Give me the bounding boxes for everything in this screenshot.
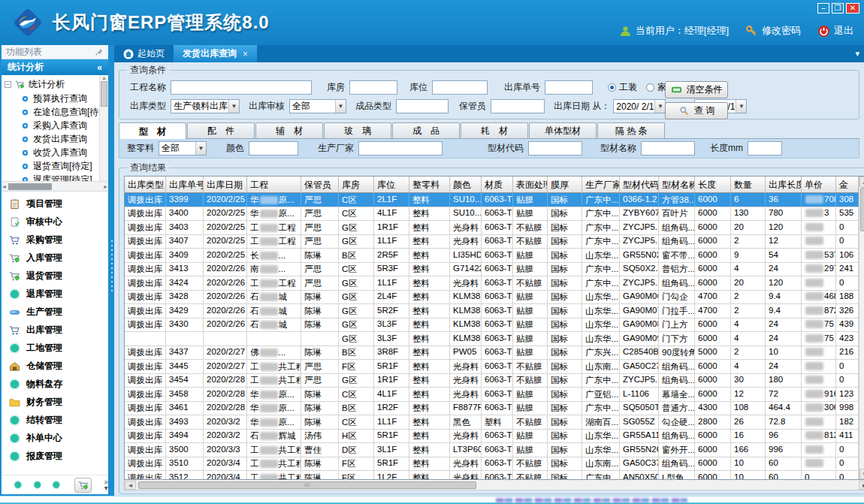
column-header[interactable]: 数量: [731, 177, 766, 192]
column-header[interactable]: 材质: [482, 177, 513, 192]
date-from-picker[interactable]: 2020/ 2/16▼: [613, 99, 666, 113]
material-tab-6[interactable]: 耗 材: [461, 122, 528, 138]
whole-part-select[interactable]: 全部▼: [159, 141, 207, 155]
scroll-down-icon[interactable]: ▼: [859, 469, 864, 479]
project-name-input[interactable]: [171, 80, 312, 95]
change-password-button[interactable]: 修改密码: [745, 24, 801, 38]
column-header[interactable]: 出库日期: [204, 177, 247, 192]
sidebar-item-出库管理[interactable]: 出库管理: [2, 321, 108, 339]
scroll-left-icon[interactable]: ◄: [125, 481, 136, 490]
column-header[interactable]: 表面处理: [513, 177, 548, 192]
grid-horizontal-scrollbar[interactable]: ◄ lll ►: [124, 480, 864, 490]
sidebar-item-工地管理[interactable]: 工地管理: [2, 339, 108, 357]
profile-name-input[interactable]: [641, 141, 695, 155]
bin-input[interactable]: [432, 80, 488, 95]
column-header[interactable]: 型材代码: [620, 177, 659, 192]
column-header[interactable]: 保管员: [301, 177, 339, 192]
column-header[interactable]: 长度: [695, 177, 731, 192]
column-header[interactable]: 工程: [247, 177, 301, 192]
sidebar-item-生产管理[interactable]: 生产管理: [2, 303, 108, 321]
menu-overflow-button[interactable]: »▾: [104, 479, 108, 491]
table-row[interactable]: 调拨出库34302020/2/26石城陈琳G区3L3F整料KLM38176063…: [125, 318, 859, 333]
search-button[interactable]: 查 询: [665, 102, 728, 119]
pin-icon[interactable]: [95, 47, 104, 56]
table-row[interactable]: 调拨出库34942020/3/2石辉城汤伟H区5R1F整料光身料6063-T5贴…: [125, 430, 859, 444]
column-header[interactable]: 出库长度: [766, 177, 802, 192]
sidebar-item-补单中心[interactable]: 补单中心: [2, 429, 108, 447]
circle-icon[interactable]: [33, 480, 42, 490]
tree-horizontal-scrollbar[interactable]: ◄►: [2, 181, 108, 191]
sidebar-item-采购管理[interactable]: 采购管理: [2, 231, 108, 249]
column-header[interactable]: 颜色: [450, 177, 482, 192]
grid-vertical-scrollbar[interactable]: ▲ ▼: [859, 177, 864, 479]
column-header[interactable]: 生产厂家: [582, 177, 620, 192]
tree-item[interactable]: 收货入库查询: [5, 146, 108, 159]
table-row[interactable]: 调拨出库35102020/3/4工共工程陈琳F区5R1F整料光身料6063-T5…: [125, 457, 859, 472]
column-header[interactable]: 膜厚: [548, 177, 582, 192]
maximize-button[interactable]: ❐: [832, 3, 844, 14]
audit-select[interactable]: 全部▼: [289, 99, 346, 113]
scroll-up-icon[interactable]: ▲: [859, 177, 864, 187]
tree-item[interactable]: 采购入库查询: [5, 119, 108, 132]
table-row[interactable]: 调拨出库34542020/2/28工共工程严思G区1R1F整料光身料6063-T…: [125, 374, 859, 388]
material-tab-2[interactable]: 配 件: [187, 122, 255, 138]
circle-icon[interactable]: [14, 480, 23, 490]
logout-button[interactable]: 退出: [817, 24, 853, 38]
table-row[interactable]: 调拨出库34282020/2/26石城陈琳G区2L4F整料KLM38176063…: [125, 291, 859, 305]
table-row[interactable]: 调拨出库35122020/3/4工共工程陈琳F区1L2F整料光身料6063-T5…: [125, 471, 859, 479]
color-input[interactable]: [249, 141, 298, 155]
material-tab-7[interactable]: 单体型材: [529, 122, 597, 138]
product-type-input[interactable]: [396, 99, 449, 113]
sidebar-item-物料盘存[interactable]: 物料盘存: [2, 375, 108, 393]
column-header[interactable]: 型材名称: [659, 177, 695, 192]
table-row[interactable]: 调拨出库34452020/2/27工共工程严思F区5R1F整料光身料6063-T…: [125, 360, 859, 374]
scroll-right-icon[interactable]: ►: [859, 481, 864, 490]
sidebar-section-header[interactable]: 统计分析 «: [2, 59, 108, 75]
keeper-input[interactable]: [491, 99, 545, 113]
tab-home[interactable]: 起始页: [114, 45, 174, 62]
sidebar-item-财务管理[interactable]: 财务管理: [2, 393, 108, 411]
table-row[interactable]: 调拨出库34032020/2/25工工程严思G区1R1F整料光身料6063-T5…: [125, 221, 859, 235]
tab-close-icon[interactable]: ×: [243, 49, 248, 59]
table-row[interactable]: 调拨出库34582020/2/28华原...陈琳C区4L1F整料光身料6063-…: [125, 388, 859, 402]
tree-item[interactable]: 退货查询[待定]: [5, 159, 108, 173]
material-tab-5[interactable]: 成 品: [392, 122, 460, 138]
close-button[interactable]: ✕: [846, 3, 859, 14]
tree-root[interactable]: − 统计分析: [5, 77, 108, 92]
scroll-thumb[interactable]: [860, 188, 864, 231]
cart-shortcut-button[interactable]: [74, 478, 92, 493]
tree-item[interactable]: 预算执行查询: [5, 92, 108, 105]
profile-code-input[interactable]: [528, 141, 582, 155]
outbound-type-select[interactable]: 生产领料出库▼: [171, 99, 240, 113]
tree-vertical-scrollbar[interactable]: ▲: [99, 75, 108, 182]
column-header[interactable]: 出库单号: [166, 177, 204, 192]
sidebar-item-报废管理[interactable]: 报废管理: [2, 447, 108, 465]
clear-conditions-button[interactable]: 清空条件: [665, 81, 728, 98]
radio-gongzhuang[interactable]: 工装: [608, 81, 637, 94]
column-header[interactable]: 整零料: [409, 177, 450, 192]
tab-overflow-icon[interactable]: ▾: [855, 49, 859, 59]
sidebar-item-审核中心[interactable]: 审核中心: [2, 213, 108, 231]
sidebar-item-入库管理[interactable]: 入库管理: [2, 249, 108, 267]
table-row[interactable]: 调拨出库34092020/2/25长...陈琳B区2R5F整料LI35HD606…: [125, 249, 859, 263]
table-row[interactable]: G区3L3F整料KLM38176063-T5贴膜国标山东华...GA90M09.…: [125, 332, 859, 346]
table-row[interactable]: 调拨出库34242020/2/26工工程严思G区1L1F整料光身料6063-T5…: [125, 276, 859, 291]
table-row[interactable]: 调拨出库33992020/2/25华原...严思C区2L1F整料SU10...6…: [125, 193, 859, 207]
table-row[interactable]: 调拨出库34612020/2/28华原...陈琳B区1R2F整料F8877FT6…: [125, 402, 859, 416]
table-row[interactable]: 调拨出库34932020/3/2华原...陈琳C区1L1F整料黑色塑料不贴膜国标…: [125, 415, 859, 430]
table-row[interactable]: 调拨出库34132020/2/26南...严思C区5R3F整料G71422606…: [125, 263, 859, 277]
minimize-button[interactable]: –: [817, 3, 829, 14]
sidebar-item-退货管理[interactable]: 退货管理: [2, 267, 108, 285]
material-tab-1[interactable]: 型 材: [119, 122, 186, 140]
sidebar-item-项目管理[interactable]: 项目管理: [2, 195, 108, 213]
length-input[interactable]: [748, 141, 782, 155]
sidebar-item-退库管理[interactable]: 退库管理: [2, 285, 108, 303]
tree-collapse-icon[interactable]: −: [5, 81, 11, 88]
table-row[interactable]: 调拨出库34292020/2/26石城陈琳G区5R2F整料KLM38176063…: [125, 304, 859, 318]
column-header[interactable]: 出库类型: [125, 177, 166, 192]
material-tab-3[interactable]: 辅 材: [255, 122, 323, 138]
column-header[interactable]: 库房: [339, 177, 374, 192]
sidebar-item-仓储管理[interactable]: 仓储管理: [2, 357, 108, 375]
tree-item[interactable]: 在途信息查询[待: [5, 105, 108, 119]
table-row[interactable]: 调拨出库34072020/2/25工工程严思G区1L1F整料光身料6063-T5…: [125, 235, 859, 249]
